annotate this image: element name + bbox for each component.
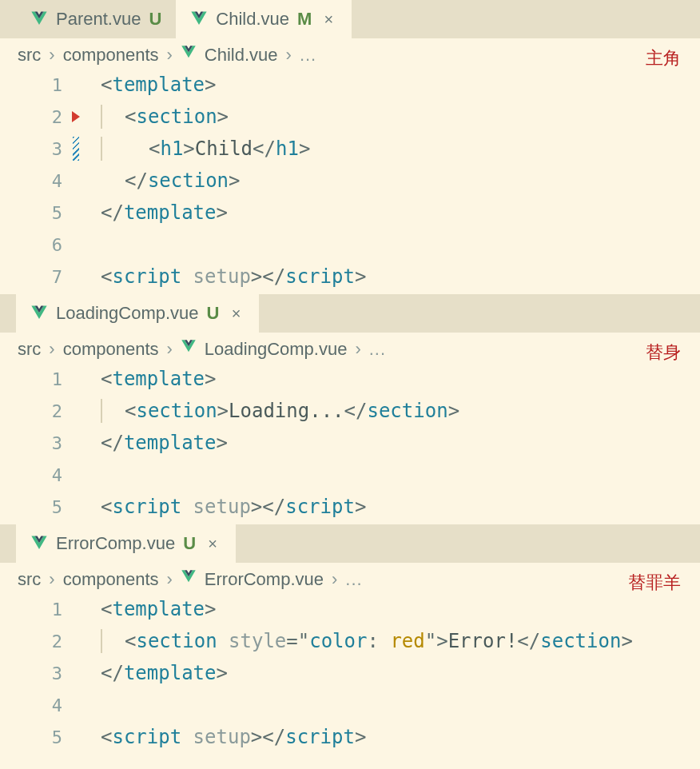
code-content[interactable]: <section style="color: red">Error!</sect… xyxy=(78,629,700,653)
editor-pane: 替罪羊 ErrorComp.vue U × src › components ›… xyxy=(0,524,700,755)
chevron-icon: › xyxy=(167,339,173,360)
code-line[interactable]: 4 xyxy=(0,689,700,721)
chevron-icon: › xyxy=(167,45,173,66)
code-line[interactable]: 5 <script setup></script> xyxy=(0,491,700,523)
code-line[interactable]: 1 <template> xyxy=(0,69,700,101)
line-gutter[interactable]: 6 xyxy=(0,235,78,255)
line-gutter[interactable]: 5 xyxy=(0,203,78,223)
breakpoint-icon[interactable] xyxy=(72,111,80,122)
breadcrumb-part[interactable]: components xyxy=(63,569,159,590)
code-line[interactable]: 2 <section style="color: red">Error!</se… xyxy=(0,625,700,657)
code-content[interactable]: <template> xyxy=(78,74,700,96)
code-editor[interactable]: 1 <template> 2 <section>Loading...</sect… xyxy=(0,363,700,524)
breadcrumb-more[interactable]: ... xyxy=(300,45,316,66)
vue-icon xyxy=(30,305,48,322)
line-gutter[interactable]: 2 xyxy=(0,107,78,127)
code-line[interactable]: 1 <template> xyxy=(0,363,700,395)
code-content[interactable]: <template> xyxy=(78,368,700,390)
code-line[interactable]: 5 <script setup></script> xyxy=(0,721,700,753)
code-editor[interactable]: 1 <template> 2 <section style="color: re… xyxy=(0,593,700,755)
code-line[interactable]: 3 <h1>Child</h1> xyxy=(0,133,700,165)
code-content[interactable]: <script setup></script> xyxy=(78,265,700,288)
code-line[interactable]: 5 </template> xyxy=(0,197,700,229)
code-line[interactable]: 4 </section> xyxy=(0,165,700,197)
close-icon[interactable]: × xyxy=(320,10,337,28)
line-number: 7 xyxy=(52,267,62,287)
close-icon[interactable]: × xyxy=(227,305,245,322)
code-line[interactable]: 6 xyxy=(0,229,700,261)
breadcrumb-more[interactable]: ... xyxy=(345,569,362,590)
modified-gutter-icon[interactable] xyxy=(73,137,79,161)
line-gutter[interactable]: 1 xyxy=(0,600,78,620)
breadcrumb-part[interactable]: components xyxy=(63,45,159,66)
line-gutter[interactable]: 2 xyxy=(0,632,78,651)
indent-guide xyxy=(101,629,102,653)
breadcrumb: src › components › LoadingComp.vue › ... xyxy=(0,333,700,363)
line-gutter[interactable]: 4 xyxy=(0,465,78,485)
chevron-icon: › xyxy=(355,339,360,360)
editor-tab[interactable]: ErrorComp.vue U × xyxy=(16,524,236,563)
indent-guide xyxy=(101,399,102,423)
line-number: 3 xyxy=(52,663,62,683)
line-gutter[interactable]: 4 xyxy=(0,695,78,715)
breadcrumb-more[interactable]: ... xyxy=(369,339,386,360)
code-content[interactable]: </template> xyxy=(78,432,700,454)
code-content[interactable]: <script setup></script> xyxy=(78,726,700,748)
line-gutter[interactable]: 3 xyxy=(0,663,78,683)
code-editor[interactable]: 1 <template> 2 <section> 3 <h1>Child</h1… xyxy=(0,69,700,294)
line-number: 3 xyxy=(52,139,62,159)
code-line[interactable]: 2 <section> xyxy=(0,101,700,133)
chevron-icon: › xyxy=(332,569,337,590)
line-number: 4 xyxy=(52,171,62,191)
breadcrumb-file[interactable]: Child.vue xyxy=(205,45,278,66)
tab-title: ErrorComp.vue xyxy=(56,533,175,554)
code-content[interactable]: </template> xyxy=(78,662,700,684)
code-line[interactable]: 4 xyxy=(0,459,700,491)
code-content[interactable]: <section>Loading...</section> xyxy=(78,399,700,423)
breadcrumb-part[interactable]: components xyxy=(63,339,159,360)
line-gutter[interactable]: 4 xyxy=(0,171,78,191)
breadcrumb-file[interactable]: ErrorComp.vue xyxy=(205,569,324,590)
editor-tab[interactable]: Child.vue M × xyxy=(176,0,352,38)
breadcrumb-part[interactable]: src xyxy=(18,569,41,590)
vue-icon xyxy=(181,569,197,590)
code-line[interactable]: 2 <section>Loading...</section> xyxy=(0,395,700,427)
breadcrumb: src › components › Child.vue › ... xyxy=(0,38,700,69)
code-content[interactable]: </template> xyxy=(78,201,700,224)
breadcrumb-file[interactable]: LoadingComp.vue xyxy=(205,339,348,360)
code-line[interactable]: 7 <script setup></script> xyxy=(0,261,700,293)
code-content[interactable]: <template> xyxy=(78,598,700,620)
line-gutter[interactable]: 1 xyxy=(0,75,78,95)
code-content[interactable]: <script setup></script> xyxy=(78,496,700,518)
line-gutter[interactable]: 2 xyxy=(0,401,78,421)
tab-title: Parent.vue xyxy=(56,9,141,30)
chevron-icon: › xyxy=(49,339,54,360)
line-number: 5 xyxy=(52,727,62,747)
chevron-icon: › xyxy=(49,569,54,590)
code-line[interactable]: 1 <template> xyxy=(0,593,700,625)
chevron-icon: › xyxy=(49,45,54,66)
editor-pane: 替身 LoadingComp.vue U × src › components … xyxy=(0,294,700,524)
code-content[interactable]: <section> xyxy=(78,105,700,129)
tab-title: Child.vue xyxy=(216,9,289,30)
code-content[interactable]: </section> xyxy=(78,169,700,192)
line-number: 5 xyxy=(52,497,62,517)
line-gutter[interactable]: 3 xyxy=(0,433,78,453)
code-content[interactable]: <h1>Child</h1> xyxy=(78,137,700,161)
breadcrumb-part[interactable]: src xyxy=(18,45,41,66)
editor-tab[interactable]: LoadingComp.vue U × xyxy=(16,294,259,333)
line-gutter[interactable]: 5 xyxy=(0,727,78,747)
vue-icon xyxy=(30,535,48,552)
close-icon[interactable]: × xyxy=(204,535,221,552)
line-gutter[interactable]: 7 xyxy=(0,267,78,287)
line-number: 1 xyxy=(52,75,62,95)
line-gutter[interactable]: 1 xyxy=(0,369,78,389)
code-line[interactable]: 3 </template> xyxy=(0,427,700,459)
code-line[interactable]: 3 </template> xyxy=(0,657,700,689)
line-number: 2 xyxy=(52,401,62,421)
line-gutter[interactable]: 3 xyxy=(0,139,78,159)
editor-tab[interactable]: Parent.vue U xyxy=(16,0,176,38)
breadcrumb-part[interactable]: src xyxy=(18,339,41,360)
line-gutter[interactable]: 5 xyxy=(0,497,78,517)
vue-icon xyxy=(181,339,197,360)
